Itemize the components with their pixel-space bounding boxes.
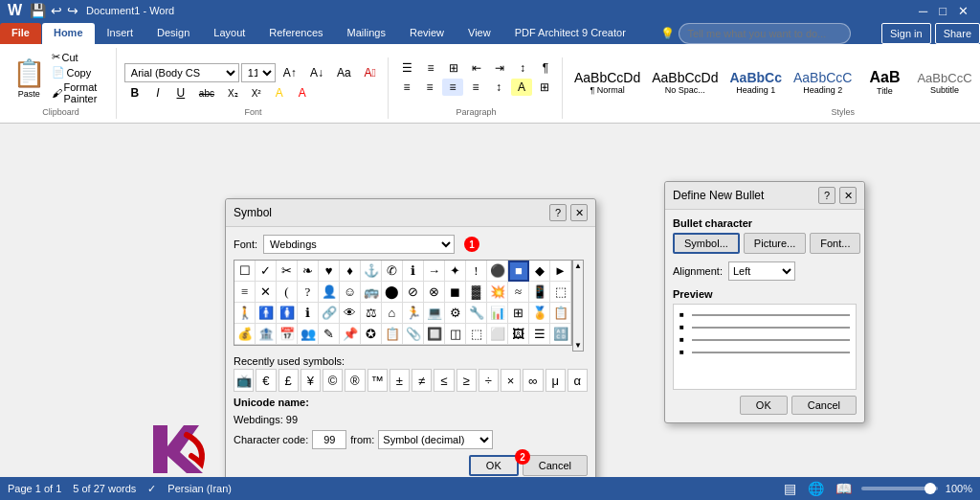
tab-layout[interactable]: Layout [202,23,256,44]
bullets-btn[interactable]: ☰ [396,59,418,77]
recent-symbol[interactable]: £ [278,369,299,392]
tab-view[interactable]: View [457,23,502,44]
symbol-cell[interactable]: ✪ [361,324,382,345]
borders-btn[interactable]: ⊞ [534,79,555,96]
recent-symbol[interactable]: ≥ [457,369,477,392]
symbol-cell[interactable]: ! [466,261,487,282]
style-heading2[interactable]: AaBbCcC Heading 2 [790,68,856,97]
symbol-cell[interactable]: 🏃 [403,303,424,324]
symbol-cell[interactable]: ≡ [234,282,256,303]
read-mode-btn[interactable]: 📖 [834,481,854,496]
symbol-cell[interactable]: ☰ [529,324,550,345]
symbol-cell[interactable]: ≈ [508,282,529,303]
recent-symbol[interactable]: € [256,369,276,392]
symbol-cell[interactable]: ⊞ [508,303,529,324]
increase-indent-btn[interactable]: ⇥ [489,59,510,77]
dialog-help-btn[interactable]: ? [549,204,567,221]
symbol-cell[interactable]: 👤 [319,282,340,303]
symbol-cell[interactable]: 🚹 [256,303,277,324]
symbol-cell-selected[interactable]: ■ [508,261,529,282]
recent-symbol[interactable]: ¥ [301,369,321,392]
symbol-cell[interactable]: ⬚ [550,282,571,303]
italic-btn[interactable]: I [147,84,168,102]
close-btn[interactable]: ✕ [954,4,972,18]
bullet-symbol-btn[interactable]: Symbol... [673,233,740,254]
recent-symbol[interactable]: ÷ [479,369,499,392]
symbol-cell[interactable]: 🏅 [529,303,550,324]
symbol-cell[interactable]: 🔲 [424,324,445,345]
symbol-cell[interactable]: ⌂ [382,303,403,324]
style-no-space[interactable]: AaBbCcDd No Spac... [648,68,722,97]
symbol-cell[interactable]: ☺ [340,282,361,303]
font-size-select[interactable]: 11 [241,63,276,82]
symbol-cell[interactable]: 🔧 [466,303,487,324]
symbol-cell[interactable]: ◆ [529,261,550,282]
font-color-btn[interactable]: A [292,84,313,102]
symbol-cell[interactable]: ⚖ [361,303,382,324]
show-marks-btn[interactable]: ¶ [535,59,556,77]
subscript-btn[interactable]: X₂ [222,86,244,101]
numbering-btn[interactable]: ≡ [420,59,441,77]
font-shrink-btn[interactable]: A↓ [304,64,329,81]
symbol-cell[interactable]: → [424,261,445,282]
tab-home[interactable]: Home [42,23,95,44]
align-left-btn[interactable]: ≡ [396,79,417,96]
symbol-cell[interactable]: 🔗 [319,303,340,324]
format-painter-button[interactable]: 🖌 Format Painter [49,80,110,105]
recent-symbol[interactable]: ® [345,369,365,392]
char-code-input[interactable] [312,430,346,449]
bullet-ok-button[interactable]: OK [740,396,788,415]
shading-btn[interactable]: A [511,79,532,96]
symbol-cell[interactable]: 📎 [403,324,424,345]
tab-references[interactable]: References [257,23,334,44]
recent-symbol[interactable]: × [501,369,521,392]
recent-symbol[interactable]: ± [390,369,410,392]
symbol-scrollbar[interactable]: ▲ ▼ [572,260,584,352]
justify-btn[interactable]: ≡ [465,79,486,96]
line-spacing-btn[interactable]: ↕ [488,79,509,96]
scroll-down-btn[interactable]: ▼ [574,341,582,350]
align-right-btn[interactable]: ≡ [442,79,463,96]
symbol-cell[interactable]: 📌 [340,324,361,345]
recent-symbol[interactable]: ∞ [523,369,543,392]
symbol-cell[interactable]: ► [550,261,571,282]
symbol-cell[interactable]: 🚺 [277,303,298,324]
bullet-cancel-button[interactable]: Cancel [791,396,857,415]
tab-design[interactable]: Design [145,23,201,44]
tab-mailings[interactable]: Mailings [336,23,397,44]
symbol-cell[interactable]: ? [298,282,319,303]
symbol-ok-button[interactable]: OK [469,455,519,476]
symbol-cell[interactable]: ▓ [466,282,487,303]
style-heading1[interactable]: AaBbCc Heading 1 [726,68,786,97]
tab-review[interactable]: Review [398,23,456,44]
decrease-indent-btn[interactable]: ⇤ [466,59,487,77]
bullet-picture-btn[interactable]: Picture... [744,233,806,254]
symbol-cell[interactable]: 📋 [550,303,571,324]
symbol-cell[interactable]: 📱 [529,282,550,303]
ribbon-search-input[interactable] [679,23,851,44]
style-normal[interactable]: AaBbCcDd ¶ Normal [570,68,644,97]
symbol-cell[interactable]: ⚓ [361,261,382,282]
symbol-cell[interactable]: ⚙ [445,303,466,324]
symbol-cell[interactable]: ⊗ [424,282,445,303]
maximize-btn[interactable]: □ [935,4,950,18]
symbol-cell[interactable]: ✂ [277,261,298,282]
symbol-cell[interactable]: 🖼 [508,324,529,345]
symbol-cell[interactable]: 🚌 [361,282,382,303]
quick-undo-btn[interactable]: ↩ [49,2,64,19]
symbol-cell[interactable]: 📋 [382,324,403,345]
symbol-cell[interactable]: 💥 [487,282,508,303]
symbol-cell[interactable]: ⬤ [382,282,403,303]
tab-insert[interactable]: Insert [96,23,145,44]
underline-btn[interactable]: U [170,84,191,102]
symbol-cell[interactable]: ⬚ [466,324,487,345]
symbol-cell[interactable]: 👥 [298,324,319,345]
recent-symbol[interactable]: © [323,369,343,392]
alignment-select[interactable]: Left Center Right [728,261,795,281]
symbol-font-select[interactable]: Webdings [263,235,455,254]
tab-pdf[interactable]: PDF Architect 9 Creator [503,23,637,44]
print-layout-btn[interactable]: ▤ [782,481,798,496]
symbol-cell[interactable]: ♦ [340,261,361,282]
multilevel-btn[interactable]: ⊞ [443,59,464,77]
symbol-cell[interactable]: 💻 [424,303,445,324]
